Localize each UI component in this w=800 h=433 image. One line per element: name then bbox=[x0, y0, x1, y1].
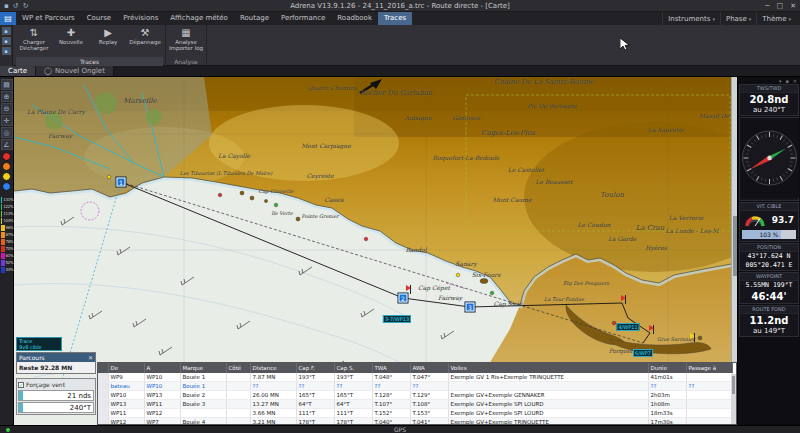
waypoint-panel[interactable]: WAYPOINT 5.55MN 199°T 46:44' bbox=[739, 272, 799, 304]
table-row[interactable]: WP10WP13Bouée 226.00 MN165°T165°TT.128°T… bbox=[98, 391, 732, 400]
quick-color-button-2[interactable] bbox=[2, 172, 11, 181]
waypoint-marker-2[interactable]: 2 bbox=[399, 294, 408, 303]
doc-tab-carte[interactable]: Carte bbox=[0, 66, 36, 76]
collapse-icon[interactable]: ✕ bbox=[793, 78, 797, 84]
settings-icon[interactable]: ▪ bbox=[785, 78, 788, 84]
table-scrollbar-thumb[interactable] bbox=[732, 376, 735, 394]
save-icon[interactable]: ▪ bbox=[4, 0, 9, 12]
legend-swatch bbox=[1, 197, 3, 203]
close-button[interactable]: ✕ bbox=[790, 2, 796, 10]
table-row[interactable]: WP12WP7Bouée 43.21 MN178°T178°TT.040°T.0… bbox=[98, 418, 732, 426]
quick-color-button-1[interactable] bbox=[2, 162, 11, 171]
pan-tool[interactable]: ✛ bbox=[1, 115, 13, 126]
zoom-out-tool[interactable]: ⊖ bbox=[1, 103, 13, 114]
tws-twd-panel[interactable]: TWS/TWD 20.8nd au 240°T bbox=[739, 84, 799, 116]
table-cell: WP10 bbox=[144, 382, 180, 391]
ribbon-button-analyse-importer-log[interactable]: ▦Analyse Importer log bbox=[168, 26, 204, 52]
table-row[interactable]: WP13WP11Bouée 313.27 MN64°T64°TT.107°T.1… bbox=[98, 400, 732, 409]
column-header-c-t[interactable]: Côté bbox=[226, 363, 250, 373]
maximize-button[interactable]: □ bbox=[777, 2, 784, 10]
column-header-de[interactable]: De bbox=[108, 363, 144, 373]
compass-instrument bbox=[740, 118, 799, 198]
column-header-dur-e[interactable]: Durée bbox=[648, 363, 686, 373]
ribbon-button-replay[interactable]: ▶Replay bbox=[90, 26, 126, 46]
waypoint-marker-1[interactable]: 1 bbox=[117, 178, 126, 187]
quick-color-button-0[interactable] bbox=[2, 152, 11, 161]
column-header-voiles[interactable]: Voiles bbox=[448, 363, 648, 373]
row-selector[interactable] bbox=[98, 391, 108, 400]
legend-swatch bbox=[1, 246, 5, 252]
table-row[interactable]: WP11WP123.66 MN111°T111°TT.152°T.153°Exe… bbox=[98, 409, 732, 418]
table-scrollbar[interactable] bbox=[731, 374, 736, 424]
column-header-distance[interactable]: Distance bbox=[250, 363, 296, 373]
replay-icon: ▶ bbox=[104, 27, 112, 39]
legend-swatch bbox=[1, 253, 5, 259]
table-cell: Exemple GV 1 Ris+Exemple TRINQUETTE bbox=[448, 373, 648, 382]
column-header-awa[interactable]: AWA bbox=[410, 363, 448, 373]
target-speed-panel[interactable]: VIT. CIBLE 93.7 103 % bbox=[739, 202, 799, 242]
pin-icon[interactable]: ▾ bbox=[779, 78, 782, 84]
menu-th-me[interactable]: Thème▾ bbox=[756, 12, 796, 25]
table-row[interactable]: bateauWP10Bouée 1?????????????? bbox=[98, 382, 732, 391]
waypoint-marker-3[interactable]: 3 bbox=[466, 303, 475, 312]
menu-tab-performance[interactable]: Performance bbox=[275, 12, 331, 25]
position-panel[interactable]: POSITION 43°17.624 N 005°20.471 E bbox=[739, 243, 799, 271]
measure-tool[interactable]: ∠ bbox=[1, 139, 13, 150]
menu-tab-roadbook[interactable]: Roadbook bbox=[331, 12, 378, 25]
waypoint-label: 4/WP11 bbox=[616, 323, 639, 331]
ribbon-button-charger-d-charger[interactable]: ⇅Charger Décharger bbox=[16, 26, 52, 52]
table-cell: ?? bbox=[648, 382, 686, 391]
row-selector[interactable] bbox=[98, 418, 108, 426]
table-cell bbox=[226, 418, 250, 426]
route-fond-panel[interactable]: ROUTE FOND 11.2nd au 149°T bbox=[739, 305, 799, 337]
menu-tab-pr-visions[interactable]: Prévisions bbox=[117, 12, 164, 25]
chart-place-label: Fairway bbox=[48, 132, 72, 139]
menu-instruments[interactable]: Instruments▾ bbox=[662, 12, 720, 25]
menu-tab-wp-et-parcours[interactable]: WP et Parcours bbox=[16, 12, 81, 25]
legend-item: 52% bbox=[0, 259, 14, 266]
quick-icon-3[interactable]: ▪ bbox=[2, 47, 11, 55]
ribbon-button-nouvelle[interactable]: ✚Nouvelle bbox=[53, 26, 89, 46]
table-row[interactable]: WP9WP10Bouée 17.87 MN193°T193°TT.048°T.0… bbox=[98, 373, 732, 382]
left-toolbar: ▤⊕⊖✛◎∠ 131%122%113%104%96%87%78%70%61%52… bbox=[0, 77, 14, 425]
trace-info-box[interactable]: Trace 9v8 cible bbox=[16, 337, 62, 351]
column-header-cap-s[interactable]: Cap S. bbox=[334, 363, 372, 373]
layers-tool[interactable]: ▤ bbox=[1, 79, 13, 90]
close-icon[interactable]: ✕ bbox=[88, 353, 93, 362]
table-cell: 111°T bbox=[334, 409, 372, 418]
target-speed-value: 93.7 bbox=[772, 215, 794, 225]
row-selector[interactable] bbox=[98, 409, 108, 418]
minimize-button[interactable]: ─ bbox=[765, 2, 769, 10]
table-cell: WP13 bbox=[108, 400, 144, 409]
app-menu-button[interactable]: ▤ bbox=[0, 12, 16, 25]
row-selector[interactable] bbox=[98, 373, 108, 382]
column-header-a[interactable]: A bbox=[144, 363, 180, 373]
compass-panel[interactable] bbox=[739, 117, 799, 201]
row-selector[interactable] bbox=[98, 400, 108, 409]
ribbon-button-d-pannage[interactable]: ⚒Dépannage bbox=[127, 26, 163, 46]
quick-icon-2[interactable]: ▪ bbox=[2, 37, 11, 45]
center-boat-tool[interactable]: ◎ bbox=[1, 127, 13, 138]
menu-phase[interactable]: Phase▾ bbox=[720, 12, 756, 25]
menu-tab-routage[interactable]: Routage bbox=[234, 12, 275, 25]
column-header-twa[interactable]: TWA bbox=[372, 363, 410, 373]
route-legs-table[interactable]: DeAMarqueCôtéDistanceCap F.Cap S.TWAAWAV… bbox=[97, 362, 737, 425]
menu-tab-affichage-m-t-o[interactable]: Affichage météo bbox=[164, 12, 234, 25]
column-header-marque[interactable]: Marque bbox=[180, 363, 226, 373]
column-header-cap-f[interactable]: Cap F. bbox=[296, 363, 334, 373]
sog-value: 11.2nd bbox=[740, 314, 798, 327]
wind-direction-input[interactable]: 240°T bbox=[18, 402, 94, 413]
doc-tab-nouvel-onglet[interactable]: ◯Nouvel Onglet bbox=[36, 66, 114, 76]
zoom-in-tool[interactable]: ⊕ bbox=[1, 91, 13, 102]
ribbon-button-label: Dépannage bbox=[129, 39, 161, 45]
menu-tab-traces[interactable]: Traces bbox=[378, 12, 412, 25]
column-header-passage[interactable]: Passage à bbox=[686, 363, 732, 373]
wind-speed-input[interactable]: 21 nds bbox=[18, 390, 94, 401]
row-selector[interactable] bbox=[98, 382, 108, 391]
quick-color-button-3[interactable] bbox=[2, 182, 11, 191]
wind-override-checkbox[interactable]: ✓ bbox=[18, 382, 24, 388]
menu-tab-course[interactable]: Course bbox=[81, 12, 117, 25]
redo-icon[interactable]: ↻ bbox=[23, 0, 29, 12]
quick-icon-1[interactable]: ▪ bbox=[2, 27, 11, 35]
undo-icon[interactable]: ↺ bbox=[13, 0, 19, 12]
